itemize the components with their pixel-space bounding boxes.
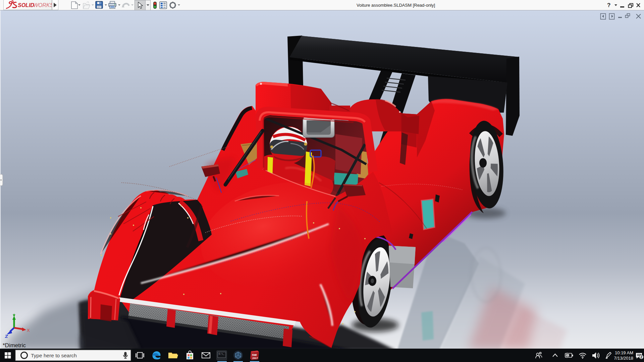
svg-text:2: 2 bbox=[640, 355, 642, 359]
svg-text:7/13/2018: 7/13/2018 bbox=[614, 356, 633, 361]
svg-text:Type here to search: Type here to search bbox=[31, 353, 77, 358]
svg-text:X: X bbox=[27, 328, 30, 333]
svg-text:10:19 AM: 10:19 AM bbox=[615, 350, 633, 355]
svg-text:WORKS: WORKS bbox=[33, 2, 53, 8]
svg-text:SOLID: SOLID bbox=[18, 2, 34, 8]
svg-text:SW: SW bbox=[252, 353, 257, 357]
svg-text:C:\_: C:\_ bbox=[219, 353, 225, 355]
svg-text:2017: 2017 bbox=[252, 357, 258, 360]
svg-text:*Dimetric: *Dimetric bbox=[3, 342, 26, 349]
